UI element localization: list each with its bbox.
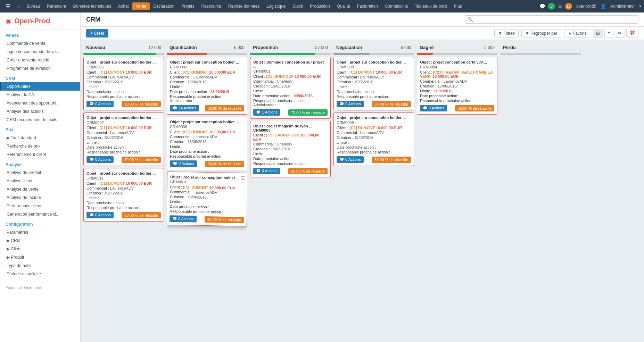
main-layout: ◉ Open-Prod VentesCommande de venteLigne… bbox=[0, 12, 644, 342]
sidebar-item-commande-de-vente[interactable]: Commande de vente bbox=[0, 39, 80, 48]
kanban-card-crm0009[interactable]: Objet : projet sur conception boitier ..… bbox=[333, 112, 414, 166]
sidebar-item-analyse-client[interactable]: Analyse client bbox=[0, 177, 80, 185]
card-client-crm0007: Client : [C1] DUMONT 10 000,00 EUR bbox=[86, 126, 161, 130]
settings-icon[interactable]: ⚙ bbox=[558, 3, 562, 9]
nav-item-comptabilité[interactable]: Comptabilité bbox=[381, 2, 412, 10]
kanban-card-crm0001[interactable]: Objet : Demnade conception sur projet ..… bbox=[250, 57, 331, 119]
sidebar-item-param-tres[interactable]: Paramètres bbox=[0, 228, 80, 236]
sidebar-item-crm-r-cup-ration-de-mails[interactable]: CRM récupération de mails bbox=[0, 116, 80, 124]
home-icon[interactable]: ⌂ bbox=[14, 2, 22, 10]
card-date-action-crm0003: Date prochaine action : bbox=[253, 157, 328, 161]
kanban-view-button[interactable]: ⊞ bbox=[593, 29, 603, 37]
sidebar-item-crm[interactable]: ▶ CRM bbox=[0, 236, 80, 245]
success-button-crm0010_dragging[interactable]: 30,00 % de réussite bbox=[205, 216, 244, 223]
actions-button-crm0008[interactable]: 💬 0 Actions bbox=[337, 101, 364, 107]
nav-item-ressource[interactable]: Ressource bbox=[198, 2, 224, 10]
nav-item-logistique[interactable]: Logistique bbox=[263, 2, 289, 10]
nav-item-plus[interactable]: Plus bbox=[450, 2, 465, 10]
sidebar-item-type-de-note[interactable]: Type de note bbox=[0, 261, 80, 270]
kanban-card-crm0010_dragging[interactable]: ☰Objet : projet sur conception boitier .… bbox=[167, 172, 247, 226]
sidebar-item-avancement-des-opportuni[interactable]: Avancement des opportuni... bbox=[0, 99, 80, 107]
sidebar-item-g-n-ration-performance-cl[interactable]: Génération performance cl... bbox=[0, 210, 80, 218]
nav-item-qualité[interactable]: Qualité bbox=[333, 2, 354, 10]
create-button[interactable]: + Créer bbox=[86, 29, 108, 37]
actions-button-crm0005[interactable]: 💬 0 Actions bbox=[86, 101, 114, 107]
sidebar-item-analyse-de-vente[interactable]: Analyse de vente bbox=[0, 185, 80, 193]
kanban-card-crm0008[interactable]: Objet : projet sur conception boitier ..… bbox=[333, 57, 414, 110]
sidebar-item-ligne-de-commande-de-ve[interactable]: Ligne de commande de ve... bbox=[0, 48, 80, 56]
sidebar-item-recherche-de-prix[interactable]: Recherche de prix bbox=[0, 142, 80, 150]
settings-badge[interactable]: 17 bbox=[565, 3, 572, 10]
sidebar-item-cr-er-une-vente-rapide[interactable]: Créer une vente rapide bbox=[0, 56, 80, 64]
kanban-card-crm0003[interactable]: Objet : projet magasin de lyon ... CRM00… bbox=[250, 121, 331, 177]
nav-items: BureauPartenaireDonnées techniquesAchatV… bbox=[23, 4, 465, 9]
success-button-crm0011[interactable]: 30,00 % de réussite bbox=[122, 212, 161, 218]
filter-button[interactable]: ▼ Filtres bbox=[494, 29, 519, 37]
col-header-qualification: Qualification6 000 bbox=[167, 43, 247, 52]
nav-item-tableaux-de-bord[interactable]: Tableaux de bord bbox=[411, 2, 450, 10]
kanban-card-crm0011[interactable]: Objet : projet sur conception boitier ..… bbox=[83, 168, 164, 222]
edit-view-button[interactable]: ✏ bbox=[615, 29, 625, 37]
group-button[interactable]: ▼ Regrouper par bbox=[521, 29, 561, 37]
nav-item-vente[interactable]: Vente bbox=[132, 2, 150, 10]
card-menu-icon[interactable]: ☰ bbox=[241, 175, 245, 181]
success-button-crm0001[interactable]: 70,00 % de réussite bbox=[288, 109, 328, 116]
kanban-card-crm0004[interactable]: Objet : projet conception carte 500 ...C… bbox=[417, 57, 497, 115]
sidebar-item-analyse-du-ca[interactable]: Analyse du CA bbox=[0, 91, 80, 99]
sidebar-item-r-f-rencement-client[interactable]: Référencement client bbox=[0, 150, 80, 159]
list-view-button[interactable]: ≡ bbox=[604, 29, 613, 37]
success-button-crm0004[interactable]: 50,00 % de réussite bbox=[455, 105, 494, 111]
nav-item-déclaration[interactable]: Déclaration bbox=[150, 2, 178, 10]
admin-dropdown-icon[interactable]: ▾ bbox=[639, 4, 641, 9]
sidebar-item-analyse-des-actions[interactable]: Analyse des actions bbox=[0, 107, 80, 116]
col-title-negociation: Négociation bbox=[336, 45, 362, 50]
actions-button-crm0011[interactable]: 💬 0 Actions bbox=[86, 212, 114, 218]
sidebar-item-programme-de-livraison[interactable]: Programme de livraison bbox=[0, 64, 80, 73]
success-button-crm0005[interactable]: 30,00 % de réussite bbox=[122, 101, 161, 107]
nav-item-achat[interactable]: Achat bbox=[115, 2, 132, 10]
actions-button-crm0003[interactable]: 💬 0 Actions bbox=[253, 168, 280, 174]
messages-badge[interactable]: 3 bbox=[548, 3, 555, 10]
actions-button-crm0010_dragging[interactable]: 💬 0 Actions bbox=[170, 215, 197, 222]
search-input[interactable] bbox=[474, 17, 635, 22]
favorites-button[interactable]: ★ Favoris bbox=[564, 29, 591, 37]
success-button-crm0006[interactable]: 30,00 % de réussite bbox=[205, 161, 244, 167]
kanban-card-crm0007[interactable]: Objet : projet sur conception boitier ..… bbox=[83, 112, 164, 166]
sidebar-item-produit[interactable]: ▶ Produit bbox=[0, 253, 80, 261]
admin-label[interactable]: Administrator bbox=[609, 2, 636, 10]
search-box[interactable]: 🔍 bbox=[465, 15, 638, 24]
success-button-crm0007[interactable]: 30,00 % de réussite bbox=[122, 157, 161, 163]
success-button-crm0003[interactable]: 50,00 % de réussite bbox=[288, 168, 328, 174]
nav-item-production[interactable]: Production bbox=[306, 2, 333, 10]
kanban-card-crm0006[interactable]: Objet : projet sur conception boitier ..… bbox=[167, 117, 247, 170]
nav-item-reprise-données[interactable]: Reprise données bbox=[225, 2, 263, 10]
nav-item-données-techniques[interactable]: Données techniques bbox=[70, 2, 115, 10]
success-button-crm0009[interactable]: 30,00 % de réussite bbox=[372, 157, 411, 163]
sidebar-item-performance-client[interactable]: Performance client bbox=[0, 202, 80, 210]
sidebar-item-tarif-standard[interactable]: ▶ Tarif standard bbox=[0, 134, 80, 142]
nav-item-bureau[interactable]: Bureau bbox=[23, 2, 43, 10]
sidebar-item-client[interactable]: ▶ Client bbox=[0, 245, 80, 253]
messages-icon[interactable]: 💬 bbox=[539, 3, 545, 9]
actions-button-crm0007[interactable]: 💬 0 Actions bbox=[86, 156, 114, 163]
actions-button-crm0001[interactable]: 💬 1 Actions bbox=[253, 109, 280, 116]
sidebar-item-opportunit-s[interactable]: Opportunités bbox=[0, 82, 80, 91]
sidebar-item-p-riode-de-validit[interactable]: Période de validité bbox=[0, 270, 80, 278]
actions-button-crm0002[interactable]: 💬 14 Actions bbox=[170, 105, 199, 111]
actions-button-crm0009[interactable]: 💬 0 Actions bbox=[337, 156, 364, 163]
success-button-crm0008[interactable]: 30,00 % de réussite bbox=[372, 101, 411, 107]
sidebar-item-analyse-de-produit[interactable]: Analyse de produit bbox=[0, 168, 80, 177]
nav-item-facturation[interactable]: Facturation bbox=[354, 2, 381, 10]
actions-button-crm0006[interactable]: 💬 0 Actions bbox=[170, 160, 197, 167]
kanban-card-crm0005[interactable]: Objet : projet sur conception boitier ..… bbox=[83, 57, 164, 110]
nav-item-stock[interactable]: Stock bbox=[289, 2, 306, 10]
actions-button-crm0004[interactable]: 💬 0 Actions bbox=[420, 105, 447, 111]
username[interactable]: openprod5 bbox=[575, 2, 597, 10]
hamburger-icon[interactable]: ☰ bbox=[3, 2, 13, 11]
nav-item-partenaire[interactable]: Partenaire bbox=[43, 2, 69, 10]
nav-item-projets[interactable]: Projets bbox=[178, 2, 198, 10]
kanban-card-crm0002[interactable]: Objet : projet sur conception boitier ..… bbox=[167, 57, 247, 115]
sidebar-item-analyse-de-facture[interactable]: Analyse de facture bbox=[0, 193, 80, 202]
calendar-view-button[interactable]: 📅 bbox=[626, 29, 638, 37]
success-button-crm0002[interactable]: 30,00 % de réussite bbox=[205, 105, 244, 111]
